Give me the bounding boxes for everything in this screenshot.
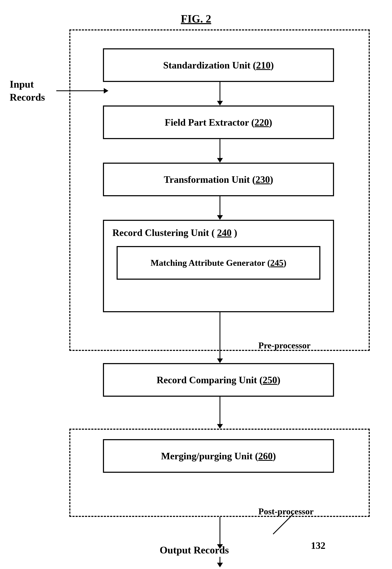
postprocessor-label: Post-processor xyxy=(258,506,314,516)
record-clustering-unit-box: Record Clustering Unit ( 240 ) Matching … xyxy=(103,220,334,312)
record-comparing-unit-box: Record Comparing Unit (250) xyxy=(103,363,334,397)
transformation-unit-label: Transformation Unit (230) xyxy=(164,174,273,185)
merging-purging-unit-label: Merging/purging Unit (260) xyxy=(161,451,276,462)
matching-attribute-generator-box: Matching Attribute Generator (245) xyxy=(117,246,320,280)
matching-attribute-generator-label: Matching Attribute Generator (245) xyxy=(151,258,287,268)
field-part-extractor-box: Field Part Extractor (220) xyxy=(103,105,334,139)
field-part-extractor-label: Field Part Extractor (220) xyxy=(165,117,272,128)
arrow-240-250 xyxy=(217,312,223,363)
merging-purging-unit-box: Merging/purging Unit (260) xyxy=(103,439,334,473)
input-records-label: Input Records xyxy=(10,78,56,104)
transformation-unit-box: Transformation Unit (230) xyxy=(103,163,334,196)
preprocessor-label: Pre-processor xyxy=(258,340,310,351)
standardization-unit-box: Standardization Unit (210) xyxy=(103,48,334,82)
standardization-unit-label: Standardization Unit (210) xyxy=(163,60,274,71)
arrow-220-230 xyxy=(217,139,223,163)
page: FIG. 2 Input Records Pre-processor Stand… xyxy=(0,0,392,569)
arrow-210-220 xyxy=(217,82,223,105)
ref-132-label: 132 xyxy=(311,540,325,551)
arrow-output-down xyxy=(217,557,223,567)
figure-title: FIG. 2 xyxy=(181,13,211,25)
output-records-label: Output Records xyxy=(160,544,229,556)
arrow-250-260 xyxy=(217,397,223,429)
record-clustering-unit-label: Record Clustering Unit ( 240 ) xyxy=(104,221,333,240)
record-comparing-unit-label: Record Comparing Unit (250) xyxy=(156,374,280,385)
arrow-230-240 xyxy=(217,196,223,220)
